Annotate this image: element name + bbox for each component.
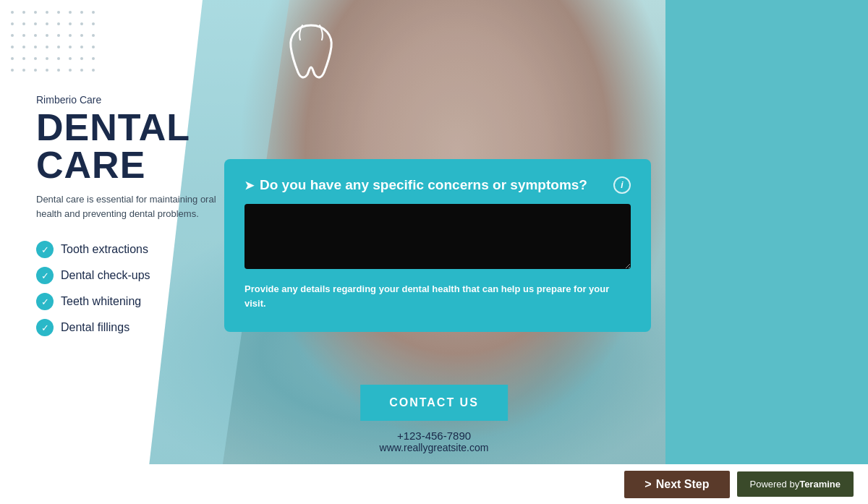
powered-by-label: Powered by [750,479,800,490]
powered-by-brand: Teramine [799,479,841,490]
subtitle: Dental care is essential for maintaining… [36,192,217,221]
modal-question-text: Do you have any specific concerns or sym… [260,177,587,193]
teal-right-panel [665,0,868,504]
check-icon: ✓ [36,319,54,336]
service-label: Teeth whitening [61,295,141,308]
brand-name: Rimberio Care [36,94,304,106]
website-url: www.reallygreatsite.com [360,442,508,453]
check-icon: ✓ [36,293,54,310]
service-label: Dental check-ups [61,269,150,282]
contact-section: CONTACT US +123-456-7890 www.reallygreat… [360,385,508,453]
next-step-label: Next Step [656,478,710,491]
modal-question-label: ➤ Do you have any specific concerns or s… [244,177,587,193]
modal-hint-text: Provide any details regarding your denta… [244,282,631,310]
concerns-textarea[interactable] [244,204,631,269]
next-step-button[interactable]: > Next Step [624,471,729,498]
modal-question-row: ➤ Do you have any specific concerns or s… [244,176,631,194]
info-icon[interactable]: i [613,176,631,194]
question-arrow-icon: ➤ [244,179,254,192]
powered-by-badge: Powered by Teramine [737,471,854,497]
check-icon: ✓ [36,267,54,284]
concerns-modal: ➤ Do you have any specific concerns or s… [224,159,651,332]
service-label: Dental fillings [61,321,129,334]
next-step-arrow-icon: > [644,478,651,491]
contact-us-button[interactable]: CONTACT US [360,385,508,421]
phone-number: +123-456-7890 [360,430,508,442]
check-icon: ✓ [36,241,54,258]
service-label: Tooth extractions [61,243,148,256]
bottom-bar: > Next Step Powered by Teramine [0,464,868,504]
